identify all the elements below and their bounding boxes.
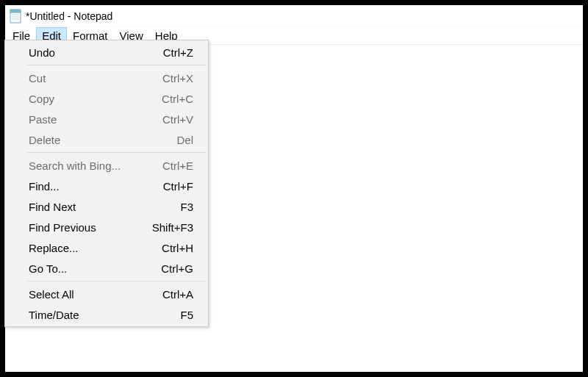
menu-goto-shortcut: Ctrl+G — [161, 262, 193, 275]
menu-time-date-label: Time/Date — [29, 309, 79, 321]
menu-copy-label: Copy — [29, 93, 54, 105]
menu-time-date-shortcut: F5 — [180, 309, 193, 321]
menu-replace[interactable]: Replace... Ctrl+H — [7, 237, 207, 258]
menu-separator — [27, 65, 206, 65]
menu-cut[interactable]: Cut Ctrl+X — [7, 68, 207, 88]
menu-goto-label: Go To... — [29, 262, 67, 275]
titlebar: *Untitled - Notepad — [5, 5, 583, 27]
menu-delete[interactable]: Delete Del — [7, 129, 207, 150]
menu-find-next[interactable]: Find Next F3 — [7, 196, 207, 217]
menu-find-previous-shortcut: Shift+F3 — [152, 221, 193, 234]
menu-delete-label: Delete — [29, 134, 60, 146]
menu-separator — [27, 152, 206, 153]
notepad-icon — [10, 9, 21, 24]
menu-select-all-label: Select All — [29, 288, 74, 301]
edit-dropdown: Undo Ctrl+Z Cut Ctrl+X Copy Ctrl+C Paste… — [4, 40, 209, 327]
menu-delete-shortcut: Del — [176, 134, 193, 146]
menu-select-all[interactable]: Select All Ctrl+A — [7, 284, 207, 304]
menu-cut-label: Cut — [29, 72, 46, 85]
menu-copy-shortcut: Ctrl+C — [162, 93, 193, 105]
menu-time-date[interactable]: Time/Date F5 — [7, 304, 207, 325]
menu-copy[interactable]: Copy Ctrl+C — [7, 88, 207, 109]
menu-find-label: Find... — [29, 180, 60, 193]
menu-undo-shortcut: Ctrl+Z — [163, 46, 193, 59]
menu-paste-label: Paste — [29, 113, 57, 126]
menu-replace-shortcut: Ctrl+H — [162, 242, 193, 254]
menu-search-bing-label: Search with Bing... — [29, 159, 121, 172]
window-title: *Untitled - Notepad — [26, 10, 112, 22]
menu-search-bing-shortcut: Ctrl+E — [162, 159, 193, 172]
menu-undo-label: Undo — [29, 46, 55, 59]
menu-find-next-shortcut: F3 — [180, 201, 193, 213]
menu-find-shortcut: Ctrl+F — [163, 180, 193, 193]
menu-search-bing[interactable]: Search with Bing... Ctrl+E — [7, 155, 207, 176]
menu-select-all-shortcut: Ctrl+A — [162, 288, 193, 301]
menu-paste-shortcut: Ctrl+V — [162, 113, 193, 126]
menu-separator — [27, 281, 206, 281]
menu-find-next-label: Find Next — [29, 201, 76, 213]
menu-find[interactable]: Find... Ctrl+F — [7, 176, 207, 196]
menu-paste[interactable]: Paste Ctrl+V — [7, 109, 207, 129]
svg-rect-1 — [10, 10, 21, 12]
menu-goto[interactable]: Go To... Ctrl+G — [7, 258, 207, 279]
menu-replace-label: Replace... — [29, 242, 79, 254]
menu-cut-shortcut: Ctrl+X — [162, 72, 193, 85]
menu-undo[interactable]: Undo Ctrl+Z — [7, 42, 207, 62]
menu-find-previous-label: Find Previous — [29, 221, 96, 234]
menu-find-previous[interactable]: Find Previous Shift+F3 — [7, 217, 207, 237]
